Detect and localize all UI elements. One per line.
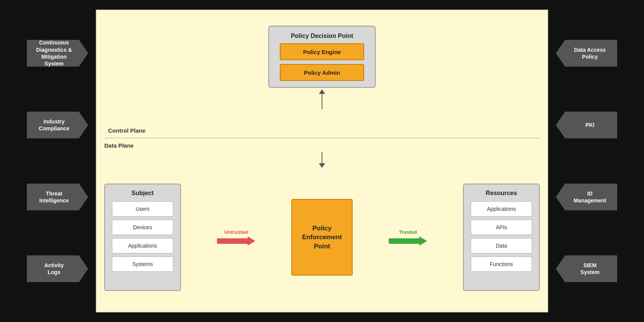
arrow-line-bottom <box>322 152 322 163</box>
arrow-id-management: IDManagement <box>548 178 625 216</box>
vertical-arrow-top <box>319 89 325 109</box>
resource-data: Data <box>471 238 532 253</box>
subject-systems: Systems <box>112 256 173 272</box>
main-area: Policy Decision Point Policy Engine Poli… <box>96 10 548 312</box>
control-plane-label: Control Plane <box>108 127 146 134</box>
pep-box: PolicyEnforcementPoint <box>291 199 353 276</box>
threat-intelligence-label: ThreatIntelligence <box>27 184 88 210</box>
data-plane-label: Data Plane <box>104 142 540 149</box>
untrusted-arrow <box>217 237 255 246</box>
resources-box: Resources Applications APIs Data Functio… <box>463 184 540 291</box>
arrow-cdms: ContinuousDiagnostics &MitigationSystem <box>19 34 96 72</box>
untrusted-arrow-container: Untrusted <box>215 229 257 246</box>
arrow-line-top <box>322 94 322 109</box>
arrow-pki: PKI <box>548 106 625 144</box>
subject-devices: Devices <box>112 220 173 235</box>
policy-engine-box: Policy Engine <box>280 43 364 60</box>
control-plane: Policy Decision Point Policy Engine Poli… <box>104 18 540 138</box>
id-management-label: IDManagement <box>556 184 617 210</box>
activity-logs-label: ActivityLogs <box>27 255 88 282</box>
resource-applications: Applications <box>471 201 532 217</box>
pdp-box: Policy Decision Point Policy Engine Poli… <box>268 26 376 88</box>
pdp-title: Policy Decision Point <box>291 33 353 39</box>
policy-admin-box: Policy Admin <box>280 64 364 81</box>
subject-applications: Applications <box>112 238 173 253</box>
left-arrows-column: ContinuousDiagnostics &MitigationSystem … <box>19 10 96 312</box>
arrow-activity-logs: ActivityLogs <box>19 250 96 288</box>
data-access-policy-label: Data AccessPolicy <box>556 40 617 67</box>
subject-users: Users <box>112 201 173 217</box>
arrow-down-head <box>319 163 325 168</box>
arrow-up-head <box>319 89 325 94</box>
siem-system-label: SIEMSystem <box>556 255 617 282</box>
arrow-threat-intelligence: ThreatIntelligence <box>19 178 96 216</box>
subject-box: Subject Users Devices Applications Syste… <box>104 184 181 291</box>
arrow-siem-system: SIEMSystem <box>548 250 625 288</box>
trusted-arrow <box>389 237 427 246</box>
data-plane-content: Subject Users Devices Applications Syste… <box>104 171 540 304</box>
industry-compliance-label: IndustryCompliance <box>27 112 88 138</box>
untrusted-label: Untrusted <box>224 229 248 235</box>
resource-apis: APIs <box>471 220 532 235</box>
trusted-arrow-container: Trusted <box>387 229 429 246</box>
arrow-data-access-policy: Data AccessPolicy <box>548 34 625 72</box>
diagram-wrapper: ContinuousDiagnostics &MitigationSystem … <box>19 10 625 312</box>
subject-title: Subject <box>131 190 154 197</box>
resource-functions: Functions <box>471 256 532 272</box>
trusted-label: Trusted <box>399 229 417 235</box>
pdp-down-arrow-top <box>319 88 325 111</box>
pdp-arrow-bottom-container <box>104 152 540 168</box>
data-plane: Data Plane Subject Users Devices Applica… <box>104 138 540 304</box>
right-arrows-column: Data AccessPolicy PKI IDManagement SIEMS… <box>548 10 625 312</box>
cdms-label: ContinuousDiagnostics &MitigationSystem <box>27 40 88 67</box>
vertical-arrow-bottom <box>319 152 325 168</box>
pki-label: PKI <box>556 112 617 138</box>
arrow-industry-compliance: IndustryCompliance <box>19 106 96 144</box>
resources-title: Resources <box>486 190 517 197</box>
